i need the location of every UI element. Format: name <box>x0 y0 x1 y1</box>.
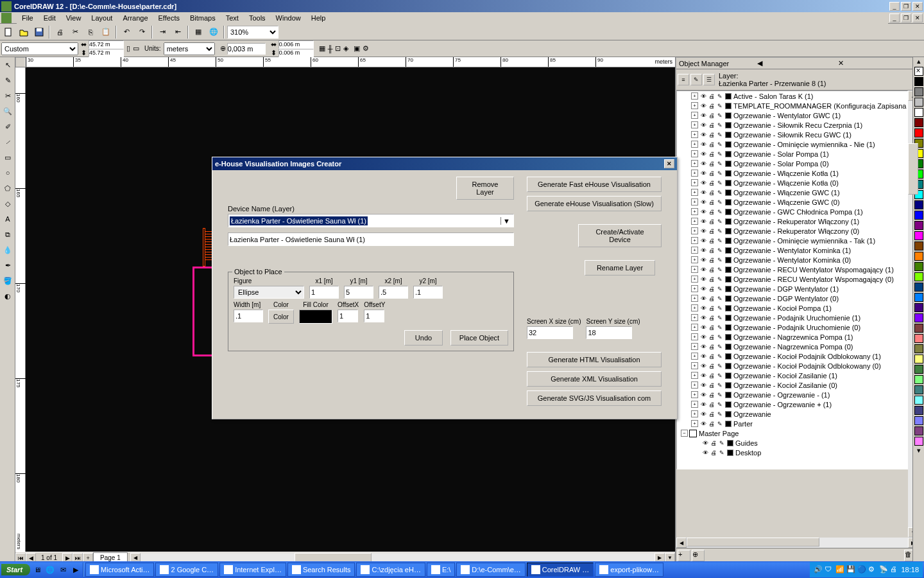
pencil-icon[interactable]: ✎ <box>716 266 724 274</box>
print-icon[interactable]: 🖨 <box>708 304 715 312</box>
treat-as-filled-icon[interactable]: ▣ <box>354 44 360 53</box>
pencil-icon[interactable]: ✎ <box>716 112 724 119</box>
mdi-minimize[interactable]: _ <box>889 13 900 22</box>
pencil-icon[interactable]: ✎ <box>716 160 724 168</box>
eye-icon[interactable]: 👁 <box>699 247 707 254</box>
ql-desktop-icon[interactable]: 🖥 <box>31 564 43 575</box>
layer-row[interactable]: +👁🖨✎Ogrzewanie - Wentylator GWC (1) <box>677 110 907 120</box>
taskbar-task[interactable]: export-plikow… <box>595 563 663 577</box>
save-icon[interactable] <box>32 25 46 39</box>
tree-expand-icon[interactable]: + <box>691 420 698 427</box>
layer-row[interactable]: +👁🖨✎Ogrzewanie - Ogrzewanie - (1) <box>677 390 907 399</box>
pencil-icon[interactable]: ✎ <box>716 362 724 370</box>
layer-color-swatch[interactable] <box>725 170 732 177</box>
eye-icon[interactable]: 👁 <box>699 295 707 302</box>
tree-expand-icon[interactable]: + <box>691 227 698 234</box>
import-icon[interactable]: ⇥ <box>155 25 169 39</box>
layer-color-swatch[interactable] <box>725 305 732 311</box>
new-icon[interactable] <box>1 25 15 39</box>
dialog-titlebar[interactable]: e-House Visualisation Images Creator ✕ <box>212 157 677 170</box>
export-icon[interactable]: ⇤ <box>171 25 185 39</box>
zoom-tool-icon[interactable]: 🔍 <box>1 104 15 118</box>
pencil-icon[interactable]: ✎ <box>716 198 724 206</box>
layer-row[interactable]: +👁🖨✎Active - Salon Taras K (1) <box>677 91 907 101</box>
pencil-icon[interactable]: ✎ <box>716 92 724 100</box>
print-icon[interactable]: 🖨 <box>708 333 715 341</box>
remove-layer-button[interactable]: Remove Layer <box>456 177 514 200</box>
dup-x[interactable] <box>278 40 314 49</box>
color-swatch[interactable] <box>914 77 923 86</box>
layer-color-swatch[interactable] <box>725 103 732 109</box>
freehand-tool-icon[interactable]: ✐ <box>1 119 15 134</box>
pencil-icon[interactable]: ✎ <box>716 391 724 399</box>
tray-icon[interactable]: 📡 <box>879 565 888 574</box>
layer-row[interactable]: +👁🖨✎Ogrzewanie - Podajnik Uruchomienie (… <box>677 322 907 332</box>
print-icon[interactable]: 🖨 <box>708 276 715 283</box>
y2-input[interactable] <box>413 286 443 299</box>
print-icon[interactable]: 🖨 <box>708 420 715 428</box>
layer-row[interactable]: +👁🖨✎Ogrzewanie - Włączenie GWC (0) <box>677 197 907 207</box>
polygon-tool-icon[interactable]: ⬠ <box>1 181 15 195</box>
pencil-icon[interactable]: ✎ <box>716 410 724 418</box>
tree-hscrollbar[interactable]: ◀▶ <box>676 538 918 548</box>
layer-row[interactable]: +👁🖨✎Ogrzewanie - Kocioł Podajnik Odbloko… <box>677 351 907 361</box>
eye-icon[interactable]: 👁 <box>699 102 707 110</box>
paper-width[interactable] <box>89 40 124 49</box>
eye-icon[interactable]: 👁 <box>699 285 707 293</box>
tray-icon[interactable]: 🔊 <box>814 565 823 574</box>
create-activate-button[interactable]: Create/Activate Device <box>578 224 662 247</box>
print-icon[interactable]: 🖨 <box>708 372 715 380</box>
layer-row[interactable]: +👁🖨✎Ogrzewanie - Solar Pompa (1) <box>677 149 907 159</box>
tree-expand-icon[interactable]: + <box>691 391 698 398</box>
layer-color-swatch[interactable] <box>725 363 732 369</box>
outline-tool-icon[interactable]: ✒ <box>1 258 15 272</box>
layer-row[interactable]: +👁🖨✎Ogrzewanie - Kocioł Zasilanie (1) <box>677 371 907 380</box>
layer-color-swatch[interactable] <box>725 122 732 128</box>
pencil-icon[interactable]: ✎ <box>716 324 724 331</box>
print-icon[interactable]: 🖨 <box>708 237 715 245</box>
undo-button[interactable]: Undo <box>404 330 443 346</box>
eye-icon[interactable]: 👁 <box>699 362 707 370</box>
pencil-icon[interactable]: ✎ <box>716 381 724 389</box>
layer-color-swatch[interactable] <box>725 372 732 379</box>
dup-y[interactable] <box>278 49 314 57</box>
pencil-icon[interactable]: ✎ <box>716 150 724 158</box>
ql-ie-icon[interactable]: 🌐 <box>44 564 56 575</box>
layer-row[interactable]: +👁🖨✎Ogrzewanie - Ogrzewanie + (1) <box>677 399 907 409</box>
print-icon[interactable]: 🖨 <box>708 198 715 206</box>
layer-color-swatch[interactable] <box>725 93 732 100</box>
layer-color-swatch[interactable] <box>725 161 732 167</box>
tree-expand-icon[interactable]: + <box>691 295 698 302</box>
tree-expand-icon[interactable]: + <box>691 237 698 244</box>
tree-expand-icon[interactable]: + <box>691 112 698 119</box>
tree-expand-icon[interactable]: + <box>691 208 698 215</box>
eye-icon[interactable]: 👁 <box>699 112 707 119</box>
print-icon[interactable]: 🖨 <box>708 314 715 322</box>
layer-row[interactable]: +👁🖨✎Ogrzewanie - Rekuperator Włączony (0… <box>677 226 907 236</box>
eye-icon[interactable]: 👁 <box>699 237 707 245</box>
tree-vscrollbar[interactable]: ▲ ▼ <box>908 91 918 538</box>
print-icon[interactable]: 🖨 <box>708 218 715 225</box>
eye-icon[interactable]: 👁 <box>699 256 707 264</box>
device-name-input[interactable] <box>228 232 514 246</box>
taskbar-task[interactable]: Search Results <box>287 563 355 577</box>
pencil-icon[interactable]: ✎ <box>716 208 724 216</box>
tree-expand-icon[interactable]: + <box>691 353 698 360</box>
print-icon[interactable]: 🖨 <box>708 295 715 302</box>
zoom-combo[interactable]: 310% <box>227 26 278 39</box>
layer-color-swatch[interactable] <box>725 421 732 427</box>
layer-color-swatch[interactable] <box>725 324 732 331</box>
eye-icon[interactable]: 👁 <box>699 189 707 197</box>
eye-icon[interactable]: 👁 <box>699 179 707 187</box>
paper-type[interactable]: Custom <box>1 42 78 55</box>
layer-row[interactable]: 👁🖨✎Guides <box>677 438 907 448</box>
tree-expand-icon[interactable]: + <box>691 247 698 254</box>
layer-row[interactable]: +👁🖨✎Ogrzewanie - Włączenie GWC (1) <box>677 188 907 197</box>
layer-tree[interactable]: +👁🖨✎Active - Salon Taras K (1)+👁🖨✎TEMPLA… <box>676 91 908 469</box>
layer-row[interactable]: +👁🖨✎Ogrzewanie - Nagrzewnica Pompa (0) <box>677 342 907 351</box>
layer-row[interactable]: +👁🖨✎Ogrzewanie - Włączenie Kotła (1) <box>677 168 907 178</box>
tree-expand-icon[interactable]: + <box>691 401 698 408</box>
dialog-close-icon[interactable]: ✕ <box>664 159 674 168</box>
tree-expand-icon[interactable]: + <box>691 179 698 186</box>
print-icon[interactable]: 🖨 <box>708 121 715 129</box>
